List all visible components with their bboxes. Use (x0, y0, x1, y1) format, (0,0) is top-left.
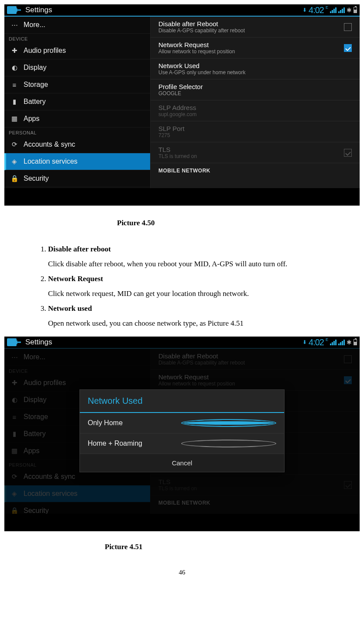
sidebar-item-accounts[interactable]: ⟳ Accounts & sync (4, 136, 150, 153)
row-network-request[interactable]: Network Request Allow network to request… (151, 38, 360, 58)
feature-list: Disable after reboot Click disable after… (48, 245, 347, 328)
sidebar-item-security[interactable]: 🔒 Security (4, 170, 150, 187)
sidebar-item-label: Apps (24, 115, 39, 123)
sidebar-item-label: Display (24, 64, 46, 72)
row-subtitle: Disable A-GPS capability after reboot (158, 28, 340, 34)
row-tls: TLS TLS is turned on (151, 142, 360, 163)
row-title: SLP Address (158, 104, 352, 111)
network-type-1: E (326, 5, 328, 10)
feature-item-3: Network used Open network used, you can … (48, 304, 347, 328)
option-only-home[interactable]: Only Home (80, 413, 284, 433)
feature-head: Network used (48, 304, 92, 313)
status-tray: ⬇ 4:02 E ✱ (302, 5, 357, 15)
sidebar-item-audio[interactable]: ✚ Audio profiles (4, 42, 150, 59)
sidebar-section-device: DEVICE (4, 34, 150, 42)
figure-caption-1: Picture 4.50 (117, 219, 347, 227)
location-icon: ◈ (10, 158, 18, 165)
feature-head: Network Request (48, 275, 103, 283)
radio[interactable] (181, 440, 276, 447)
feature-item-1: Disable after reboot Click disable after… (48, 245, 347, 268)
row-title: Network Used (158, 62, 352, 69)
row-title: SLP Port (158, 125, 352, 132)
sidebar-item-label: More... (24, 21, 45, 29)
row-title: TLS (158, 146, 340, 153)
row-subtitle: Use A-GPS only under home network (158, 69, 352, 76)
feature-body: Open network used, you can choose networ… (48, 319, 347, 328)
status-bar-title: Settings (25, 338, 302, 347)
status-bar: Settings ⬇ 4:02 E ✱ (4, 4, 360, 16)
storage-icon: ≡ (10, 81, 18, 89)
audio-icon: ✚ (10, 47, 18, 55)
sidebar-item-apps[interactable]: ▦ Apps (4, 110, 150, 127)
settings-app-icon (7, 338, 17, 346)
row-slp-address: SLP Address supl.google.com (151, 100, 360, 121)
row-title: Profile Selector (158, 83, 352, 90)
option-home-roaming[interactable]: Home + Roaming (80, 433, 284, 454)
checkbox[interactable] (344, 23, 352, 31)
radio-selected[interactable] (181, 419, 276, 427)
sync-icon: ⟳ (10, 141, 18, 148)
network-used-dialog: Network Used Only Home Home + Roaming Ca… (79, 389, 285, 472)
row-slp-port: SLP Port 7275 (151, 121, 360, 142)
dialog-title: Network Used (80, 390, 284, 413)
clock: 4:02 (309, 337, 324, 347)
status-bar: Settings ⬇ 4:02 E ✱ (4, 337, 360, 348)
row-subtitle: TLS is turned on (158, 153, 340, 159)
sidebar-item-label: Storage (24, 81, 48, 89)
row-network-used[interactable]: Network Used Use A-GPS only under home n… (151, 58, 360, 79)
sidebar-item-label: Battery (24, 98, 46, 106)
modal-backdrop[interactable]: Network Used Only Home Home + Roaming Ca… (4, 348, 360, 514)
status-bar-title: Settings (25, 6, 302, 14)
option-label: Only Home (88, 419, 181, 427)
checkbox-disabled (344, 149, 352, 157)
signal-bars-2 (338, 7, 345, 13)
bluetooth-icon: ✱ (347, 339, 352, 346)
checkbox-checked[interactable] (344, 44, 352, 52)
sidebar-section-personal: PERSONAL (4, 127, 150, 136)
page-number: 46 (0, 569, 364, 576)
download-icon: ⬇ (302, 7, 307, 13)
sidebar-item-battery[interactable]: ▮ Battery (4, 93, 150, 110)
sidebar-item-display[interactable]: ◐ Display (4, 59, 150, 76)
sidebar-item-more[interactable]: ⋯ More... (4, 17, 150, 34)
sidebar-item-label: Security (24, 175, 49, 182)
signal-bars-1 (330, 7, 337, 13)
clock: 4:02 (309, 5, 324, 15)
row-title: Network Request (158, 41, 340, 48)
feature-body: Click disable after reboot, when you reb… (48, 260, 347, 268)
dialog-cancel-button[interactable]: Cancel (80, 454, 284, 472)
feature-head: Disable after reboot (48, 245, 111, 253)
option-label: Home + Roaming (88, 440, 181, 447)
row-disable-reboot[interactable]: Disable after Reboot Disable A-GPS capab… (151, 17, 360, 38)
figure-caption-2: Picture 4.51 (105, 543, 347, 551)
battery-icon: ▮ (10, 98, 18, 106)
battery-icon (354, 339, 357, 345)
screenshot-4-50: Settings ⬇ 4:02 E ✱ ⋯ More... DEVICE ✚ A… (4, 4, 360, 206)
settings-sidebar: ⋯ More... DEVICE ✚ Audio profiles ◐ Disp… (4, 17, 151, 188)
sidebar-item-storage[interactable]: ≡ Storage (4, 76, 150, 93)
row-subtitle: 7275 (158, 132, 352, 138)
battery-icon (354, 7, 357, 13)
section-mobile-network: MOBILE NETWORK (151, 163, 360, 175)
row-title: Disable after Reboot (158, 20, 340, 28)
sidebar-item-location[interactable]: ◈ Location services (4, 153, 150, 170)
row-subtitle: GOOGLE (158, 90, 352, 96)
lock-icon: 🔒 (10, 175, 18, 182)
download-icon: ⬇ (302, 339, 307, 345)
signal-bars-1 (330, 339, 337, 345)
status-tray: ⬇ 4:02 E ✱ (302, 337, 357, 347)
feature-body: Click network request, MID can get your … (48, 289, 347, 298)
screenshot-4-51: Settings ⬇ 4:02 E ✱ ⋯ More... DEVICE ✚ A… (4, 337, 360, 531)
row-profile-selector[interactable]: Profile Selector GOOGLE (151, 79, 360, 100)
sidebar-item-label: Location services (24, 158, 78, 165)
sidebar-item-label: Accounts & sync (24, 141, 75, 148)
display-icon: ◐ (10, 64, 18, 72)
bluetooth-icon: ✱ (347, 7, 352, 14)
settings-content: Disable after Reboot Disable A-GPS capab… (151, 17, 360, 188)
settings-app-icon (7, 6, 17, 14)
network-type-1: E (326, 337, 328, 342)
row-subtitle: Allow network to request position (158, 48, 340, 55)
apps-icon: ▦ (10, 115, 18, 123)
signal-bars-2 (338, 339, 345, 345)
more-icon: ⋯ (10, 21, 18, 29)
